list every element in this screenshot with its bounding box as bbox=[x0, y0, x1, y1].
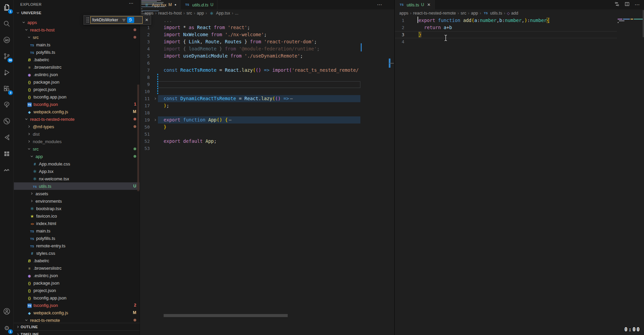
tree-item-project.json[interactable]: {}project.json bbox=[14, 86, 140, 93]
code-line-19[interactable]: 19export function App() {⋯ bbox=[140, 116, 394, 124]
breadcrumb-apps[interactable]: apps bbox=[399, 11, 408, 16]
tree-item-utils.ts[interactable]: TSutils.tsU bbox=[14, 182, 140, 190]
more-actions-icon[interactable]: ⋯ bbox=[635, 2, 640, 8]
sidebar-more-actions-icon[interactable]: ⋯ bbox=[129, 0, 134, 6]
tree-item-tsconfig.app.json[interactable]: {}tsconfig.app.json bbox=[14, 294, 140, 302]
tree-item-tsconfig.app.json[interactable]: {}tsconfig.app.json bbox=[14, 93, 140, 100]
close-icon[interactable]: ✕ bbox=[427, 2, 431, 7]
activity-item-nx-console[interactable] bbox=[2, 133, 11, 143]
breadcrumb-src[interactable]: src bbox=[187, 11, 192, 16]
code-line-10[interactable]: 10 bbox=[140, 88, 394, 95]
breadcrumb-app[interactable]: app bbox=[197, 11, 204, 16]
activity-item-settings[interactable]: ⚙1 bbox=[2, 323, 11, 333]
tree-item-.browserslistrc[interactable]: ≡.browserslistrc bbox=[14, 264, 140, 272]
tree-item-react-ts-nested-remote[interactable]: react-ts-nested-remote bbox=[14, 115, 140, 123]
breadcrumb-react-ts-host[interactable]: react-ts-host bbox=[158, 11, 182, 16]
tree-item-app[interactable]: app bbox=[14, 153, 140, 160]
tree-item-main.ts[interactable]: TSmain.ts bbox=[14, 41, 140, 48]
tree-item-remote-entry.ts[interactable]: TSremote-entry.ts bbox=[14, 242, 140, 249]
tree-item-tsconfig.json[interactable]: TStsconfig.json1 bbox=[14, 100, 140, 108]
tree-item-webpack.config.js[interactable]: ◈webpack.config.jsM bbox=[14, 309, 140, 316]
timeline-section[interactable]: TIMELINE bbox=[14, 330, 140, 335]
code-area-right[interactable]: 1export function add(a:number,b:number,)… bbox=[395, 17, 644, 45]
breadcrumb-app[interactable]: app bbox=[471, 11, 478, 16]
tab-utils.ts[interactable]: TSutils.tsU✕ bbox=[395, 0, 435, 9]
code-line-18[interactable]: 18 bbox=[140, 109, 394, 116]
dirty-indicator-icon[interactable]: ● bbox=[174, 3, 176, 6]
tree-item-project.json[interactable]: {}project.json bbox=[14, 287, 140, 294]
tree-item-nx-welcome.tsx[interactable]: ⚛nx-welcome.tsx bbox=[14, 175, 140, 182]
tree-item-assets[interactable]: assets bbox=[14, 190, 140, 197]
tree-item-tsconfig.json[interactable]: TStsconfig.json2 bbox=[14, 302, 140, 309]
tree-item-@mf-types[interactable]: @mf-types bbox=[14, 123, 140, 130]
tree-item-.eslintrc.json[interactable]: ◉.eslintrc.json bbox=[14, 272, 140, 279]
code-line-3[interactable]: 3import { Link, Route, Routes } from 're… bbox=[140, 38, 394, 45]
activity-item-extensions[interactable]: 3 bbox=[2, 85, 11, 94]
tree-item-environments[interactable]: environments bbox=[14, 197, 140, 205]
fold-chevron-icon[interactable] bbox=[152, 97, 158, 100]
compare-changes-icon[interactable] bbox=[614, 1, 620, 8]
breadcrumb-react-ts-nested-remote[interactable]: react-ts-nested-remote bbox=[413, 11, 456, 16]
activity-item-source-control[interactable]: 38 bbox=[2, 52, 11, 62]
tree-item-package.json[interactable]: {}package.json bbox=[14, 279, 140, 287]
tree-item-react-ts-host[interactable]: react-ts-host bbox=[14, 26, 140, 34]
tree-item-styles.css[interactable]: #styles.css bbox=[14, 249, 140, 257]
tree-item-main.ts[interactable]: TSmain.ts bbox=[14, 227, 140, 234]
tree-item-bootstrap.tsx[interactable]: ⚛bootstrap.tsx bbox=[14, 205, 140, 212]
code-line-6[interactable]: 6 bbox=[140, 60, 394, 67]
code-line-51[interactable]: 51 bbox=[140, 131, 394, 138]
tree-item-dist[interactable]: dist bbox=[14, 130, 140, 138]
code-line-50[interactable]: 50} bbox=[140, 124, 394, 131]
fold-chevron-icon[interactable] bbox=[152, 118, 158, 122]
tree-item-favicon.ico[interactable]: ★favicon.ico bbox=[14, 212, 140, 220]
filter-lines-icon[interactable] bbox=[121, 18, 126, 23]
code-line-53[interactable]: 53 bbox=[140, 145, 394, 152]
code-line-3[interactable]: 3} bbox=[395, 31, 617, 38]
tree-item-src[interactable]: src bbox=[14, 34, 140, 41]
code-line-1[interactable]: 1import * as React from 'react'; bbox=[140, 24, 394, 31]
tree-item-App.tsx[interactable]: ⚛App.tsx bbox=[14, 168, 140, 175]
sidebar-scrollbar[interactable] bbox=[137, 85, 139, 191]
activity-item-grid-extension[interactable] bbox=[2, 150, 11, 159]
activity-item-test-circle[interactable] bbox=[2, 36, 11, 45]
tree-item-App.module.css[interactable]: #App.module.css bbox=[14, 160, 140, 168]
tree-item-webpack.config.js[interactable]: ◈webpack.config.jsM bbox=[14, 108, 140, 115]
activity-item-search[interactable] bbox=[2, 20, 11, 29]
code-line-2[interactable]: 2 return a+b bbox=[395, 24, 644, 31]
tree-item-.eslintrc.json[interactable]: ◉.eslintrc.json bbox=[14, 71, 140, 78]
activity-item-explorer[interactable]: 1 bbox=[2, 3, 11, 13]
code-line-5[interactable]: 5import useDynamicModule from './useDyna… bbox=[140, 52, 394, 60]
breadcrumb-...[interactable]: ... bbox=[235, 11, 238, 16]
code-line-8[interactable]: 8 bbox=[140, 74, 394, 81]
code-line-11[interactable]: 11const DynamicReactTsRemote = React.laz… bbox=[140, 95, 394, 102]
code-line-4[interactable]: 4 bbox=[395, 38, 644, 45]
vertical-scrollbar[interactable] bbox=[643, 10, 644, 37]
breadcrumb-App.tsx[interactable]: ⚛App.tsx bbox=[209, 11, 230, 16]
code-line-2[interactable]: 2import NxWelcome from './nx-welcome'; bbox=[140, 31, 394, 38]
code-line-17[interactable]: 17); bbox=[140, 102, 394, 109]
tree-item-.babelrc[interactable]: B.babelrc bbox=[14, 257, 140, 264]
code-area-left[interactable]: ...1import * as React from 'react';2impo… bbox=[140, 17, 394, 152]
split-editor-icon[interactable] bbox=[624, 1, 630, 8]
activity-item-accounts[interactable] bbox=[2, 307, 11, 317]
drag-grip-icon[interactable] bbox=[86, 17, 89, 23]
tree-item-index.html[interactable]: <>index.html bbox=[14, 220, 140, 227]
horizontal-scrollbar[interactable] bbox=[164, 314, 288, 317]
tree-item-.browserslistrc[interactable]: ≡.browserslistrc bbox=[14, 63, 140, 71]
code-line-7[interactable]: 7const ReactTsRemote = React.lazy(() => … bbox=[140, 67, 394, 74]
close-icon[interactable]: ✕ bbox=[145, 18, 148, 22]
folded-code-ellipsis[interactable]: ⋯ bbox=[228, 117, 233, 122]
activity-item-todo-tree[interactable] bbox=[2, 101, 11, 110]
tree-item-polyfills.ts[interactable]: TSpolyfills.ts bbox=[14, 234, 140, 242]
breadcrumb-apps[interactable]: apps bbox=[144, 11, 153, 16]
tab-utils.d.ts[interactable]: TSutils.d.tsU bbox=[181, 0, 217, 9]
activity-item-wave-extension[interactable] bbox=[2, 166, 11, 175]
activity-item-git-graph[interactable] bbox=[2, 117, 11, 127]
folded-code-ellipsis[interactable]: ⋯ bbox=[289, 96, 294, 101]
code-line-9[interactable]: 9 bbox=[140, 81, 394, 88]
tree-item-package.json[interactable]: {}package.json bbox=[14, 78, 140, 86]
breadcrumb-add[interactable]: ◇add bbox=[507, 11, 518, 16]
outline-section[interactable]: OUTLINE bbox=[14, 323, 140, 330]
breadcrumb-src[interactable]: src bbox=[461, 11, 467, 16]
tree-item-.babelrc[interactable]: B.babelrc bbox=[14, 56, 140, 63]
